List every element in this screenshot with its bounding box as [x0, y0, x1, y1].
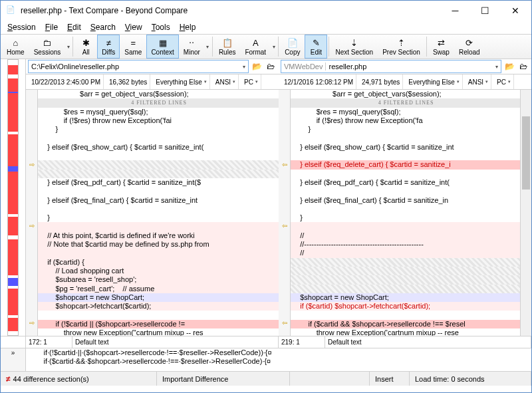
toolbar-edit[interactable]: ✎Edit — [305, 35, 327, 59]
app-icon: 📄 — [6, 5, 17, 16]
toolbar-sessions[interactable]: 🗀Sessions — [29, 35, 66, 59]
right-size: 24,971 bytes — [359, 74, 403, 89]
right-date: 12/1/2016 12:08:12 PM — [281, 74, 356, 89]
toolbar-sessions-dropdown[interactable]: ▾ — [65, 44, 71, 50]
right-cursor-pos: 219: 1 — [279, 336, 325, 348]
status-load: Load time: 0 seconds — [410, 372, 531, 386]
open-folder-icon[interactable]: 📂 — [503, 61, 515, 72]
right-pane: VMWebDev reseller.php ▾ 📂 🗁 12/1/2016 12… — [279, 59, 531, 336]
right-eol[interactable]: PC — [494, 74, 514, 89]
menu-edit[interactable]: Edit — [63, 21, 85, 33]
open-folder-icon[interactable]: 📂 — [251, 61, 263, 72]
left-date: 10/22/2013 2:45:00 PM — [29, 74, 104, 89]
merge-detail-area[interactable]: » if·(!$cartid·||·($shopcart->resellerco… — [1, 348, 531, 371]
toolbar-format-dropdown[interactable]: ▾ — [271, 44, 277, 50]
toolbar-next-section[interactable]: ⇣Next Section — [331, 35, 378, 59]
right-info-row: 12/1/2016 12:08:12 PM 24,971 bytes Every… — [279, 74, 531, 90]
right-path-input[interactable]: VMWebDev reseller.php ▾ — [281, 60, 501, 73]
statusbar: ≠ 44 difference section(s) Important Dif… — [1, 371, 531, 386]
toolbar-prev-section[interactable]: ⇡Prev Section — [378, 35, 425, 59]
toolbar-same[interactable]: =Same — [120, 35, 146, 59]
overview-thumbnail[interactable] — [1, 59, 26, 336]
toolbar-copy[interactable]: 📄Copy — [280, 35, 305, 59]
left-encoding[interactable]: ANSI — [213, 74, 239, 89]
status-mode: Important Difference — [157, 372, 290, 386]
left-eol[interactable]: PC — [241, 74, 261, 89]
left-path-row: C:\Felix\Online\reseller.php ▾ 📂 🗁 — [26, 59, 279, 74]
right-encoding[interactable]: ANSI — [466, 74, 491, 89]
maximize-button[interactable]: ☐ — [470, 1, 500, 21]
left-info-row: 10/22/2013 2:45:00 PM 16,362 bytes Every… — [26, 74, 279, 90]
right-code[interactable]: $arr = get_object_vars($session);4 FILTE… — [291, 90, 520, 336]
browse-icon[interactable]: 🗁 — [517, 61, 529, 72]
left-gutter: ⇨⇨⇨ — [26, 90, 38, 336]
toolbar-home[interactable]: ⌂Home — [2, 35, 29, 59]
toolbar-minor-dropdown[interactable]: ▾ — [205, 44, 211, 50]
left-path-input[interactable]: C:\Felix\Online\reseller.php ▾ — [28, 60, 249, 73]
right-path-row: VMWebDev reseller.php ▾ 📂 🗁 — [279, 59, 531, 74]
diff-count: 44 difference section(s) — [13, 375, 89, 383]
menu-view[interactable]: View — [121, 21, 146, 33]
left-size: 16,362 bytes — [106, 74, 150, 89]
right-path-text: reseller.php — [329, 63, 366, 70]
toolbar-format[interactable]: AFormat — [240, 35, 271, 59]
right-filter[interactable]: Everything Else — [406, 74, 462, 89]
minimize-button[interactable]: ─ — [440, 1, 470, 21]
menu-session[interactable]: Session — [3, 21, 40, 33]
left-pane: C:\Felix\Online\reseller.php ▾ 📂 🗁 10/22… — [26, 59, 279, 336]
menu-help[interactable]: Help — [176, 21, 200, 33]
menu-file[interactable]: File — [41, 21, 62, 33]
right-path-label: VMWebDev — [284, 63, 326, 70]
toolbar: ⌂Home🗀Sessions▾✱All≠Diffs=Same▦Context‧‧… — [1, 34, 531, 59]
menu-search[interactable]: Search — [86, 21, 120, 33]
vertical-scrollbar[interactable] — [520, 90, 531, 336]
titlebar: 📄 reseller.php - Text Compare - Beyond C… — [1, 1, 531, 21]
status-insert: Insert — [370, 372, 410, 386]
browse-icon[interactable]: 🗁 — [265, 61, 277, 72]
right-ruler: Default text — [325, 336, 531, 348]
toolbar-all[interactable]: ✱All — [74, 35, 97, 59]
left-ruler: Default text — [72, 336, 279, 348]
menu-tools[interactable]: Tools — [148, 21, 174, 33]
window-title: reseller.php - Text Compare - Beyond Com… — [21, 6, 440, 15]
right-gutter: ⇦⇦⇦ — [279, 90, 291, 336]
toolbar-swap[interactable]: ⇄Swap — [428, 35, 454, 59]
toolbar-context[interactable]: ▦Context — [146, 35, 178, 59]
left-code[interactable]: $arr = get_object_vars($session);4 FILTE… — [38, 90, 279, 336]
toolbar-minor[interactable]: ‧‧Minor — [179, 35, 205, 59]
toolbar-rules[interactable]: 📋Rules — [214, 35, 241, 59]
left-cursor-pos: 172: 1 — [26, 336, 72, 348]
menubar: SessionFileEditSearchViewToolsHelp — [1, 21, 531, 34]
close-button[interactable]: ✕ — [500, 1, 530, 21]
toolbar-reload[interactable]: ⟳Reload — [454, 35, 485, 59]
left-filter[interactable]: Everything Else — [153, 74, 209, 89]
toolbar-diffs[interactable]: ≠Diffs — [97, 35, 120, 59]
diff-status-icon: ≠ — [6, 374, 11, 384]
ruler-row: 172: 1 Default text 219: 1 Default text — [1, 336, 531, 348]
left-path-text: C:\Felix\Online\reseller.php — [31, 63, 119, 70]
